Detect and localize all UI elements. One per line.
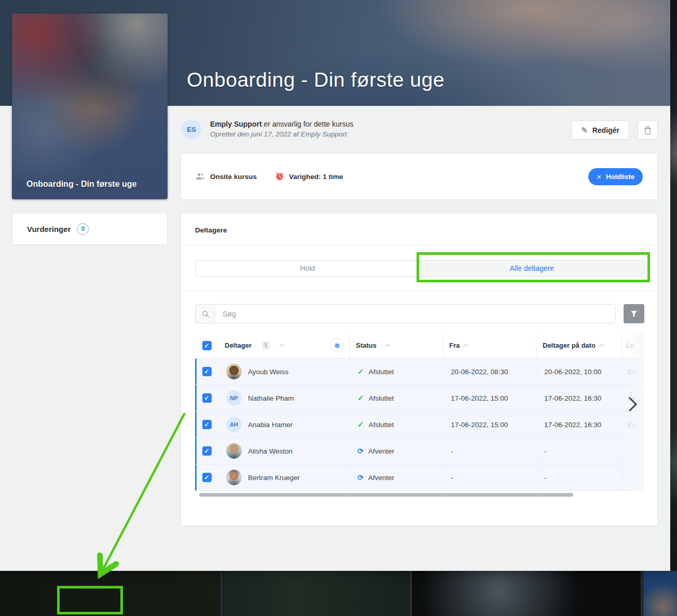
table-row[interactable]: ✓ NP Nathalie Pham ✓ Afsluttet 17-06-202… xyxy=(195,385,644,412)
course-duration: Varighed: 1 time xyxy=(275,172,343,181)
participant-name: Ayoub Weiss xyxy=(248,368,288,376)
chevron-right-icon xyxy=(628,396,638,413)
owner-name: Emply Support xyxy=(210,120,262,128)
search-row xyxy=(195,304,644,323)
row-checkbox-cell: ✓ xyxy=(195,446,218,456)
header-partial-column: Lo xyxy=(621,333,643,358)
sort-caret-icon xyxy=(384,344,390,349)
row-checkbox-cell: ✓ xyxy=(195,367,218,376)
cell-fra: 17-06-2022, 15:00 xyxy=(444,412,537,437)
participant-name: Nathalie Pham xyxy=(248,394,294,402)
status-icon: ⟳ xyxy=(357,473,364,482)
table-row[interactable]: ✓ AH Anabia Hamer ✓ Afsluttet 17-06-2022… xyxy=(195,412,644,438)
footer-action-bar: Besked Eksportér Slet 5 af 2 valgt ✓ Væl… xyxy=(0,571,677,616)
cell-partial: En xyxy=(623,359,644,385)
cell-dato: 17-06-2022, 16:30 xyxy=(537,385,623,411)
filter-button[interactable] xyxy=(624,304,644,323)
row-checkbox[interactable]: ✓ xyxy=(202,446,212,456)
owner-line1-rest: er ansvarlig for dette kursus xyxy=(262,120,354,128)
status-cell: ✓ Afsluttet xyxy=(351,359,444,385)
search-input[interactable] xyxy=(215,305,615,323)
horizontal-scrollbar[interactable] xyxy=(199,493,573,497)
header-fra-label: Fra xyxy=(449,341,460,349)
status-cell: ✓ Afsluttet xyxy=(351,412,444,437)
row-checkbox[interactable]: ✓ xyxy=(202,393,212,403)
edit-button-label: Redigér xyxy=(592,126,619,134)
divider xyxy=(181,291,657,292)
tab-alle-deltagere[interactable]: Alle deltagere xyxy=(420,261,644,276)
participant-cell: Ayoub Weiss xyxy=(218,364,351,379)
holdliste-button[interactable]: × Holdliste xyxy=(588,168,643,185)
participants-table: ✓ Deltager 5 xyxy=(195,333,644,491)
page-title: Onboarding - Din første uge xyxy=(187,69,445,91)
status-label: Afventer xyxy=(368,474,394,482)
row-checkbox-cell: ✓ xyxy=(195,420,218,429)
participant-cell: NP Nathalie Pham xyxy=(218,390,351,406)
participant-avatar xyxy=(226,443,242,459)
header-checkbox-cell: ✓ xyxy=(195,341,218,350)
cell-partial: - xyxy=(623,438,644,464)
avatar: ES xyxy=(182,119,201,139)
row-checkbox[interactable]: ✓ xyxy=(202,420,212,429)
cell-partial: - xyxy=(623,464,644,490)
participant-avatar xyxy=(226,470,242,485)
holdliste-label: Holdliste xyxy=(606,173,634,181)
row-checkbox-cell: ✓ xyxy=(195,393,218,403)
vurderinger-label: Vurderinger xyxy=(27,225,71,234)
table-header-row: ✓ Deltager 5 xyxy=(195,333,644,359)
vurderinger-card[interactable]: Vurderinger 0 xyxy=(12,213,168,245)
course-type-label: Onsite kursus xyxy=(210,173,257,181)
tab-hold[interactable]: Hold xyxy=(196,261,420,276)
close-icon: × xyxy=(597,173,601,181)
participant-avatar: AH xyxy=(226,417,242,432)
row-checkbox-cell: ✓ xyxy=(195,473,218,482)
status-cell: ⟳ Afventer xyxy=(351,438,444,464)
owner-row: ES Emply Support er ansvarlig for dette … xyxy=(182,119,353,139)
header-deltager[interactable]: Deltager 5 xyxy=(217,341,349,349)
status-icon: ✓ xyxy=(357,367,364,376)
table-row[interactable]: ✓ Alisha Weston ⟳ Afventer - - - xyxy=(195,438,644,464)
filter-icon xyxy=(630,310,638,318)
column-settings-button[interactable] xyxy=(330,338,344,352)
tab-group: Hold Alle deltagere xyxy=(195,260,644,277)
participant-cell: Bertram Krueger xyxy=(218,470,351,485)
header-status[interactable]: Status xyxy=(349,333,443,358)
clock-icon xyxy=(275,172,284,181)
pencil-icon: ✎ xyxy=(581,126,588,135)
participant-name: Bertram Krueger xyxy=(248,474,300,482)
deltagere-title: Deltagere xyxy=(195,226,227,234)
course-card-title: Onboarding - Din første uge xyxy=(26,180,136,189)
sort-caret-icon xyxy=(463,344,468,349)
edit-button[interactable]: ✎ Redigér xyxy=(571,120,629,140)
sort-caret-icon xyxy=(280,344,285,349)
status-cell: ✓ Afsluttet xyxy=(351,385,444,411)
header-fra[interactable]: Fra xyxy=(443,333,536,358)
next-column-button[interactable] xyxy=(628,394,644,415)
course-info-card: Onsite kursus Varighed: 1 time × Holdlis… xyxy=(181,153,658,200)
search-prefix xyxy=(196,305,215,323)
course-type: Onsite kursus xyxy=(196,173,257,181)
deltagere-card: Deltagere Hold Alle deltagere xyxy=(181,213,658,526)
owner-lines: Emply Support er ansvarlig for dette kur… xyxy=(210,119,353,139)
header-deltager-paa-dato[interactable]: Deltager på dato xyxy=(536,333,621,358)
status-label: Afsluttet xyxy=(369,394,394,402)
table-row[interactable]: ✓ Bertram Krueger ⟳ Afventer - - - xyxy=(195,464,644,491)
header-status-label: Status xyxy=(356,341,377,349)
cell-fra: - xyxy=(444,438,537,464)
status-icon: ⟳ xyxy=(357,447,364,455)
table-row[interactable]: ✓ Ayoub Weiss ✓ Afsluttet 20-06-2022, 08… xyxy=(195,359,644,385)
delete-course-button[interactable] xyxy=(638,120,658,140)
row-checkbox[interactable]: ✓ xyxy=(202,367,212,376)
participant-name: Alisha Weston xyxy=(248,447,293,455)
status-icon: ✓ xyxy=(357,393,364,403)
search-icon xyxy=(202,310,209,318)
select-all-checkbox[interactable]: ✓ xyxy=(202,341,212,350)
participant-cell: Alisha Weston xyxy=(218,443,351,459)
row-checkbox[interactable]: ✓ xyxy=(202,473,212,482)
sort-caret-icon xyxy=(599,344,604,349)
cell-fra: 20-06-2022, 08:30 xyxy=(444,359,537,385)
table-rows: ✓ Ayoub Weiss ✓ Afsluttet 20-06-2022, 08… xyxy=(195,359,644,491)
cell-fra: 17-06-2022, 15:00 xyxy=(444,385,537,411)
vurderinger-count-badge: 0 xyxy=(77,223,89,235)
course-image-card[interactable]: Onboarding - Din første uge xyxy=(12,13,168,199)
